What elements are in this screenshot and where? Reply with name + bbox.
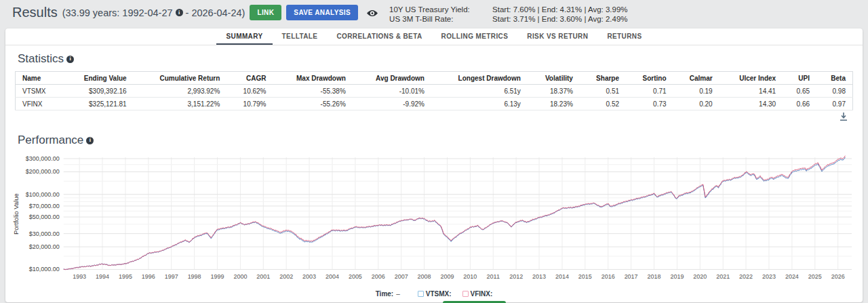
statistics-table: NameEnding ValueCumulative ReturnCAGRMax… — [15, 71, 853, 110]
x-axis-tick-label: 2014 — [555, 273, 569, 280]
table-cell: 18.23% — [528, 98, 580, 110]
table-cell: $325,121.81 — [62, 98, 134, 110]
x-axis-tick-label: 1995 — [119, 273, 132, 280]
legend-item-vtsmx: VTSMX: — [418, 290, 452, 298]
rate-value: Start: 7.60% | End: 4.31% | Avg: 3.99% — [492, 5, 627, 14]
x-axis-tick-label: 2022 — [739, 273, 753, 280]
y-axis-tick-label: $30,000.00 — [29, 230, 60, 237]
column-header: Max Drawdown — [273, 72, 353, 85]
table-cell: -9.92% — [353, 98, 431, 110]
y-axis-tick-label: $10,000.00 — [29, 266, 60, 272]
legend-item-vfinx: VFINX: — [462, 290, 493, 298]
table-row: VTSMX$309,392.162,993.92%10.62%-55.38%-1… — [16, 85, 853, 98]
legend-checkbox[interactable] — [418, 291, 424, 297]
table-cell: -55.38% — [273, 85, 353, 98]
column-header: Avg Drawdown — [353, 72, 431, 85]
table-cell: 0.66 — [783, 98, 816, 110]
x-axis-tick-label: 2001 — [256, 273, 270, 280]
table-cell: VFINX — [16, 98, 62, 110]
info-icon[interactable]: i — [176, 9, 183, 16]
table-download-icon[interactable] — [840, 113, 848, 121]
x-axis-tick-label: 2006 — [372, 273, 385, 280]
y-axis-tick-label: $50,000.00 — [29, 214, 60, 220]
x-axis-tick-label: 2017 — [625, 273, 638, 280]
column-header: CAGR — [226, 72, 273, 85]
info-icon[interactable]: i — [86, 137, 94, 144]
performance-heading-row: Performance i — [5, 121, 863, 151]
tab-rolling-metrics[interactable]: ROLLING METRICS — [432, 28, 518, 45]
series-line-vfinx[interactable] — [64, 156, 845, 270]
table-cell: 0.51 — [580, 85, 626, 98]
x-axis-tick-label: 2026 — [831, 273, 845, 280]
info-icon[interactable]: i — [66, 56, 74, 63]
column-header: Calmar — [673, 72, 719, 85]
table-cell: 0.73 — [626, 98, 673, 110]
title-line: Results (33.99 years: 1992-04-27 i - 202… — [12, 5, 245, 20]
table-cell: 6.13y — [431, 98, 528, 110]
page-title: Results — [12, 5, 58, 20]
tab-correlations-beta[interactable]: CORRELATIONS & BETA — [327, 28, 431, 45]
y-axis-tick-label: $70,000.00 — [29, 203, 60, 209]
results-card: SUMMARYTELLTALECORRELATIONS & BETAROLLIN… — [5, 28, 863, 302]
x-axis-tick-label: 1998 — [188, 273, 201, 280]
x-axis-tick-label: 2019 — [670, 273, 684, 280]
x-axis-tick-label: 2008 — [418, 273, 431, 280]
rate-value: Start: 3.71% | End: 3.60% | Avg: 2.49% — [492, 14, 627, 24]
performance-chart[interactable]: $10,000.00$20,000.00$30,000.00$50,000.00… — [5, 151, 863, 290]
table-cell: -55.26% — [273, 98, 353, 110]
y-axis-tick-label: $20,000.00 — [29, 243, 60, 250]
y-axis-tick-label: $200,000.00 — [26, 168, 60, 175]
x-axis-tick-label: 2015 — [578, 273, 592, 280]
table-cell: 0.52 — [580, 98, 626, 110]
link-button[interactable]: LINK — [250, 5, 281, 20]
table-row: VFINX$325,121.813,151.22%10.79%-55.26%-9… — [16, 98, 853, 110]
column-header: Ending Value — [62, 72, 134, 85]
column-header: Cumulative Return — [134, 72, 227, 85]
table-cell: 18.37% — [528, 85, 580, 98]
column-header: Sortino — [626, 72, 673, 85]
table-download-row — [5, 110, 863, 121]
x-axis-tick-label: 1993 — [73, 273, 86, 280]
statistics-heading: Statistics — [18, 52, 64, 66]
date-range-suffix: - 2026-04-24) — [186, 7, 245, 18]
tab-telltale[interactable]: TELLTALE — [273, 28, 328, 45]
y-axis-title: Portfolio Value — [12, 193, 20, 235]
y-axis-tick-label: $100,000.00 — [26, 191, 60, 198]
date-range-prefix: (33.99 years: 1992-04-27 — [62, 7, 173, 18]
table-cell: 0.19 — [673, 85, 719, 98]
table-cell: $309,392.16 — [62, 85, 134, 98]
statistics-table-head: NameEnding ValueCumulative ReturnCAGRMax… — [16, 72, 853, 85]
column-header: Beta — [816, 72, 852, 85]
statistics-heading-row: Statistics i — [5, 45, 863, 70]
save-analysis-button[interactable]: SAVE ANALYSIS — [286, 5, 358, 20]
column-header: Longest Drawdown — [431, 72, 528, 85]
series-line-vtsmx[interactable] — [64, 157, 845, 269]
legend-time-label: Time: — [376, 290, 394, 298]
x-axis-tick-label: 2011 — [487, 273, 500, 280]
rate-row: 10Y US Treasury Yield:Start: 7.60% | End… — [389, 5, 627, 14]
performance-chart-svg[interactable]: $10,000.00$20,000.00$30,000.00$50,000.00… — [9, 153, 859, 287]
x-axis-tick-label: 2007 — [395, 273, 408, 280]
x-axis-tick-label: 2023 — [762, 273, 776, 280]
table-cell: 2,993.92% — [134, 85, 227, 98]
table-cell: 14.41 — [719, 85, 783, 98]
x-axis-tick-label: 2013 — [532, 273, 546, 280]
header: Results (33.99 years: 1992-04-27 i - 202… — [0, 0, 868, 27]
tab-summary[interactable]: SUMMARY — [216, 28, 272, 45]
x-axis-tick-label: 2024 — [785, 273, 799, 280]
tab-risk-vs-return[interactable]: RISK VS RETURN — [517, 28, 597, 45]
table-cell: 14.30 — [719, 98, 783, 110]
rate-label: US 3M T-Bill Rate: — [389, 14, 492, 24]
table-cell: 10.62% — [226, 85, 273, 98]
rate-row: US 3M T-Bill Rate:Start: 3.71% | End: 3.… — [389, 14, 627, 24]
tab-returns[interactable]: RETURNS — [597, 28, 651, 45]
table-cell: 3,151.22% — [134, 98, 227, 110]
x-axis-tick-label: 2005 — [349, 273, 362, 280]
table-cell: 10.79% — [226, 98, 273, 110]
results-page: Results (33.99 years: 1992-04-27 i - 202… — [0, 0, 868, 303]
table-cell: 6.51y — [431, 85, 528, 98]
legend-checkbox[interactable] — [462, 291, 469, 297]
x-axis-tick-label: 1994 — [96, 273, 109, 280]
x-axis-tick-label: 2016 — [601, 273, 615, 280]
eye-icon[interactable] — [366, 8, 378, 20]
